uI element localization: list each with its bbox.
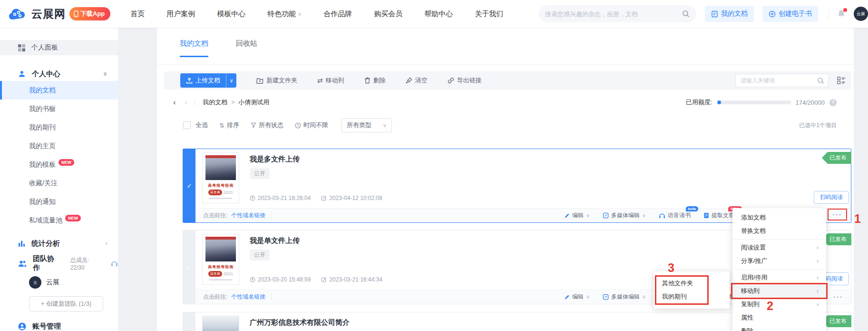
select-all-label[interactable]: 全选	[195, 121, 208, 130]
menu-item-properties[interactable]: 属性	[732, 311, 826, 324]
document-title[interactable]: 我是多文件上传	[250, 155, 300, 164]
notification-dot	[843, 8, 847, 12]
tab-recycle-bin[interactable]: 回收站	[236, 39, 257, 57]
selection-checkbox[interactable]: ✓	[183, 312, 195, 331]
delete-button[interactable]: 删除	[364, 76, 386, 85]
help-icon[interactable]: ?	[829, 99, 837, 106]
nav-partners[interactable]: 合作品牌	[323, 10, 352, 19]
type-filter-select[interactable]: 所有类型∨	[341, 118, 392, 132]
headset-icon[interactable]	[111, 261, 118, 267]
plus-circle-icon	[769, 10, 776, 18]
submenu-item-other-folder[interactable]: 其他文件夹	[656, 277, 707, 290]
menu-item-copy-to[interactable]: 复制到›	[732, 298, 826, 311]
nav-templates[interactable]: 模板中心	[217, 10, 245, 19]
back-arrow[interactable]: ‹	[173, 98, 176, 107]
my-documents-button[interactable]: 我的文档	[705, 6, 754, 22]
nav-about[interactable]: 关于我们	[475, 10, 503, 19]
sidebar-item-notifications[interactable]: 我的通知	[0, 192, 118, 211]
funnel-icon	[251, 122, 256, 128]
new-badge: NEW	[65, 215, 81, 221]
global-search-input[interactable]	[545, 10, 682, 18]
sidebar-item-my-homepage[interactable]: 我的主页	[0, 137, 118, 155]
logo[interactable]: 云展网 下载App	[9, 7, 110, 21]
sidebar-section-team[interactable]: 团队协作 总成员: 22/30	[0, 256, 118, 271]
new-folder-button[interactable]: 新建文件夹	[256, 76, 297, 85]
menu-item-add-document[interactable]: 添加文档	[732, 211, 826, 224]
document-title[interactable]: 我是单文件上传	[250, 236, 300, 245]
upload-dropdown-arrow[interactable]: ∨	[226, 73, 236, 88]
sidebar-section-statistics[interactable]: 统计分析 ›	[0, 236, 118, 251]
team-item-yunzhan[interactable]: 云 云展	[0, 274, 118, 291]
time-filter[interactable]: 时间不限	[295, 121, 328, 130]
selection-checkbox[interactable]: ✓	[183, 149, 195, 222]
search-icon[interactable]	[817, 77, 824, 84]
top-navbar: 云展网 下载App 首页 用户案例 模板中心 特色功能∨ 合作品牌 购买会员 帮…	[0, 0, 868, 28]
create-ebook-button[interactable]: 创建电子书	[762, 6, 818, 22]
more-actions-button[interactable]: ···	[828, 209, 847, 221]
nav-membership[interactable]: 购买会员	[374, 10, 402, 19]
download-app-badge[interactable]: 下载App	[69, 7, 110, 20]
status-ribbon: 已发布	[822, 233, 851, 245]
menu-item-move-to[interactable]: 移动到›	[732, 284, 826, 298]
annotation-3: 3	[668, 261, 674, 275]
more-actions-button[interactable]: ···	[829, 292, 847, 302]
search-icon[interactable]	[682, 10, 690, 18]
user-avatar[interactable]: 云展	[854, 7, 868, 21]
tab-my-documents[interactable]: 我的文档	[180, 39, 208, 57]
selection-count: 已选中1个项目	[799, 121, 837, 130]
chevron-right-icon: ›	[817, 288, 819, 294]
notifications-bell-icon[interactable]	[837, 9, 846, 19]
document-thumbnail[interactable]: 高考报考指南 目录表2021	[202, 152, 239, 203]
nav-features[interactable]: 特色功能∨	[267, 10, 302, 19]
clear-button[interactable]: 清空	[406, 76, 428, 85]
sidebar-item-my-documents[interactable]: 我的文档	[0, 81, 118, 100]
media-edit-action[interactable]: 多媒体编辑∨	[603, 293, 646, 301]
view-toggle-icon[interactable]	[837, 77, 846, 84]
sidebar-item-my-journals[interactable]: 我的期刊	[0, 118, 118, 137]
create-team-button[interactable]: + 创建新团队 (1/3)	[29, 296, 103, 311]
scan-to-read-button[interactable]: 扫码阅读	[814, 191, 849, 204]
voice-reading-action[interactable]: beta语音读书	[659, 211, 691, 220]
upload-document-button[interactable]: 上传文档 ∨	[180, 73, 236, 88]
document-thumbnail[interactable]	[202, 316, 239, 331]
sidebar-section-personal-center[interactable]: 个人中心 ∨	[0, 67, 118, 81]
sidebar-item-private-traffic[interactable]: 私域流量池NEW	[0, 211, 118, 230]
selection-checkbox[interactable]: ✓	[183, 231, 195, 304]
breadcrumb-current[interactable]: 小倩测试用	[238, 98, 269, 107]
sidebar-item-my-bookshelf[interactable]: 我的书橱	[0, 100, 118, 118]
menu-item-enable-disable[interactable]: 启用/停用›	[732, 271, 826, 284]
menu-item-delete[interactable]: 删除	[732, 324, 826, 331]
submenu-item-my-journals[interactable]: 我的期刊	[656, 290, 707, 303]
team-avatar: 云	[29, 276, 41, 289]
custom-domain-link[interactable]: 个性域名链接	[231, 293, 265, 301]
document-title[interactable]: 广州万彩信息技术有限公司简介	[250, 318, 350, 327]
select-all-checkbox[interactable]	[183, 121, 191, 129]
media-edit-action[interactable]: 多媒体编辑∨	[603, 211, 646, 220]
extract-article-action[interactable]: NEW提取文章	[703, 211, 734, 220]
forward-arrow[interactable]: ›	[185, 98, 187, 107]
menu-item-replace-document[interactable]: 替换文档	[732, 224, 826, 238]
keyword-search-input[interactable]	[741, 77, 817, 84]
sidebar-section-account[interactable]: 账号管理	[0, 319, 118, 331]
visibility-badge: 公开	[250, 168, 270, 179]
export-link-button[interactable]: 导出链接	[448, 76, 482, 85]
menu-item-reading-settings[interactable]: 阅读设置›	[732, 241, 826, 254]
sidebar-item-my-templates[interactable]: 我的模板NEW	[0, 155, 118, 174]
edit-action[interactable]: 编辑∨	[564, 211, 590, 220]
sort-control[interactable]: ⇅排序	[219, 121, 239, 130]
menu-item-share-promote[interactable]: 分享/推广›	[732, 254, 826, 268]
nav-home[interactable]: 首页	[130, 10, 145, 19]
chevron-right-icon: ›	[817, 244, 819, 251]
edit-action[interactable]: 编辑∨	[564, 293, 590, 301]
nav-help[interactable]: 帮助中心	[424, 10, 453, 19]
nav-cases[interactable]: 用户案例	[166, 10, 195, 19]
move-to-button[interactable]: ⇄ 移动到	[317, 76, 344, 85]
sidebar-item-dashboard[interactable]: 个人面板	[0, 40, 118, 55]
divider	[732, 269, 826, 270]
status-filter[interactable]: 所有状态	[251, 121, 283, 130]
breadcrumb-root[interactable]: 我的文档	[203, 98, 227, 107]
sidebar-item-favorites[interactable]: 收藏/关注	[0, 174, 118, 192]
upload-time-icon	[250, 277, 255, 282]
document-thumbnail[interactable]: 高考报考指南 目录表2021	[202, 234, 239, 285]
custom-domain-link[interactable]: 个性域名链接	[231, 211, 265, 220]
